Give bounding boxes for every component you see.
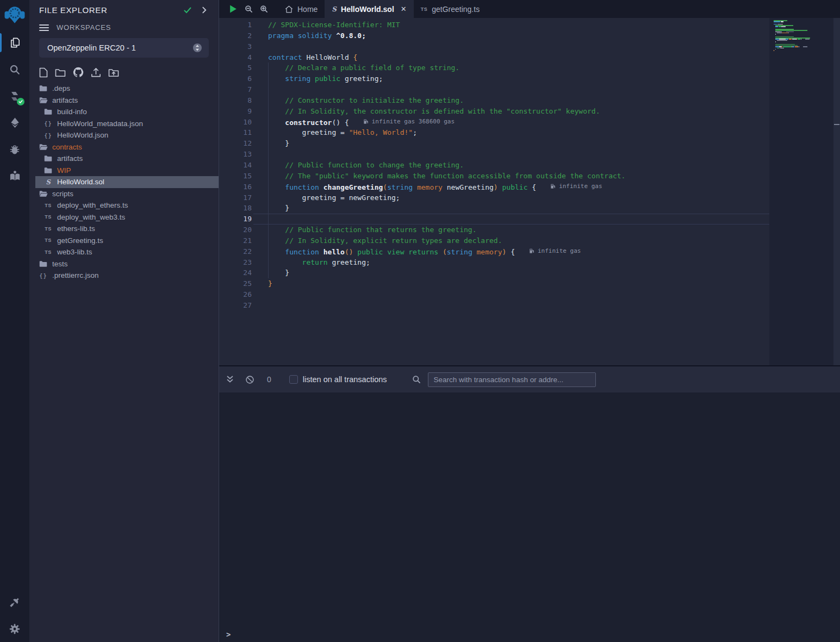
file-tree-item[interactable]: WIP — [29, 165, 219, 177]
clear-terminal-icon[interactable] — [245, 375, 254, 384]
line-number: 15 — [219, 171, 253, 182]
new-folder-icon[interactable] — [55, 68, 66, 77]
debugger-icon[interactable] — [0, 136, 29, 163]
ts-icon: TS — [43, 238, 53, 243]
file-tree-item[interactable]: tests — [29, 258, 219, 270]
expand-terminal-icon[interactable] — [226, 375, 234, 384]
overview-ruler[interactable] — [833, 18, 840, 365]
line-number: 2 — [219, 30, 253, 41]
code-line[interactable]: // In Solidity, explicit return types ar… — [253, 235, 769, 246]
code-editor[interactable]: 1// SPDX-License-Identifier: MIT2pragma … — [219, 18, 840, 365]
file-tree-item[interactable]: {}HelloWorld.json — [29, 129, 219, 141]
file-tree-item[interactable]: TSdeploy_with_web3.ts — [29, 211, 219, 223]
file-tree-item[interactable]: {}.prettierrc.json — [29, 270, 219, 282]
chevron-right-icon[interactable] — [201, 7, 208, 14]
plugin-manager-icon[interactable] — [0, 589, 29, 615]
code-line[interactable] — [253, 149, 769, 160]
code-line[interactable]: function changeGreeting(string memory ne… — [253, 182, 769, 192]
file-tree-item[interactable]: {}HelloWorld_metadata.json — [29, 118, 219, 130]
activity-bar — [0, 0, 29, 642]
code-line[interactable]: // Public function to change the greetin… — [253, 160, 769, 171]
new-file-icon[interactable] — [39, 67, 48, 78]
file-explorer-icon[interactable] — [0, 29, 29, 56]
terminal-prompt: > — [226, 630, 231, 639]
ts-icon: TS — [43, 226, 53, 232]
file-tree-item[interactable]: SHelloWorld.sol — [29, 176, 219, 188]
file-tree-item[interactable]: TSdeploy_with_ethers.ts — [29, 200, 219, 211]
file-tree-item[interactable]: scripts — [29, 188, 219, 200]
file-tree-item[interactable]: artifacts — [29, 95, 219, 107]
code-line[interactable]: // Public function that returns the gree… — [253, 225, 769, 235]
code-line[interactable]: function hello() public view returns (st… — [253, 246, 769, 257]
code-line[interactable]: greeting = "Hello, World!"; — [253, 127, 769, 138]
code-line[interactable]: // Constructor to initialize the greetin… — [253, 95, 769, 106]
code-line[interactable]: // In Solidity, the constructor is defin… — [253, 106, 769, 117]
code-line[interactable]: return greeting; — [253, 257, 769, 268]
file-tree-item[interactable]: TSweb3-lib.ts — [29, 246, 219, 258]
remix-ide-window: FILE EXPLORER WORKSPACES OpenZeppelin ER… — [0, 0, 840, 642]
solidity-icon: S — [43, 178, 53, 186]
line-number: 22 — [219, 246, 253, 257]
code-line[interactable]: } — [253, 203, 769, 214]
tab-home[interactable]: Home — [278, 0, 325, 18]
line-number: 11 — [219, 127, 253, 138]
line-number: 26 — [219, 289, 253, 300]
minimap[interactable] — [774, 20, 832, 54]
code-line[interactable]: string public greeting; — [253, 73, 769, 84]
line-number: 19 — [219, 214, 253, 225]
run-script-icon[interactable] — [228, 4, 238, 14]
code-line[interactable]: // Declare a public field of type string… — [253, 63, 769, 73]
line-number: 20 — [219, 225, 253, 235]
upload-file-icon[interactable] — [91, 67, 101, 78]
code-line[interactable]: } — [253, 138, 769, 149]
code-line[interactable]: // The "public" keyword makes the functi… — [253, 171, 769, 182]
listen-transactions-checkbox[interactable] — [289, 375, 298, 384]
settings-gear-icon[interactable] — [0, 615, 29, 642]
close-tab-icon[interactable]: ✕ — [401, 5, 407, 13]
code-line[interactable] — [253, 84, 769, 95]
workspace-dropdown[interactable]: OpenZeppelin ERC20 - 1 — [39, 38, 209, 58]
tab-getgreeting-ts[interactable]: TSgetGreeting.ts — [414, 0, 487, 18]
file-tree-item[interactable]: build-info — [29, 106, 219, 118]
line-number: 27 — [219, 300, 253, 311]
code-line[interactable] — [253, 289, 769, 300]
line-number: 3 — [219, 41, 253, 52]
code-line[interactable]: constructor() {infinite gas 368600 gas — [253, 117, 769, 128]
github-clone-icon[interactable] — [73, 67, 84, 78]
code-line[interactable]: } — [253, 267, 769, 278]
home-icon — [285, 5, 293, 13]
line-number: 13 — [219, 149, 253, 160]
zoom-out-icon[interactable] — [245, 5, 253, 13]
code-line[interactable]: pragma solidity ^0.8.0; — [253, 30, 769, 41]
search-icon[interactable] — [0, 56, 29, 83]
solidity-compiler-icon[interactable] — [0, 83, 29, 109]
braces-icon: {} — [39, 272, 48, 279]
hamburger-menu-icon[interactable] — [39, 24, 49, 32]
compiler-success-badge — [17, 98, 24, 105]
transaction-search-input[interactable] — [428, 372, 596, 387]
code-line[interactable] — [253, 41, 769, 52]
line-number: 4 — [219, 52, 253, 63]
code-line[interactable]: // SPDX-License-Identifier: MIT — [253, 20, 769, 30]
check-icon[interactable] — [183, 6, 192, 15]
terminal-output[interactable]: > — [219, 392, 840, 642]
file-tree-item[interactable]: artifacts — [29, 153, 219, 165]
file-tree-item[interactable]: TSgetGreeting.ts — [29, 235, 219, 247]
code-line[interactable]: greeting = newGreeting; — [253, 192, 769, 203]
deploy-run-icon[interactable] — [0, 109, 29, 136]
code-line[interactable]: contract HelloWorld { — [253, 52, 769, 63]
folder-icon — [43, 108, 53, 115]
code-line[interactable]: } — [253, 278, 769, 289]
file-tree-item[interactable]: TSethers-lib.ts — [29, 223, 219, 235]
learn-icon[interactable] — [0, 163, 29, 189]
code-line[interactable] — [253, 300, 769, 311]
file-tree-item[interactable]: .deps — [29, 83, 219, 95]
terminal-toolbar: 0 listen on all transactions — [219, 365, 840, 392]
file-explorer-panel: FILE EXPLORER WORKSPACES OpenZeppelin ER… — [29, 0, 219, 642]
code-line[interactable] — [253, 214, 769, 225]
zoom-in-icon[interactable] — [260, 5, 268, 13]
upload-folder-icon[interactable] — [108, 68, 119, 77]
line-number: 10 — [219, 117, 253, 128]
tab-helloworld-sol[interactable]: SHelloWorld.sol✕ — [325, 0, 413, 18]
file-tree-item[interactable]: contracts — [29, 141, 219, 153]
